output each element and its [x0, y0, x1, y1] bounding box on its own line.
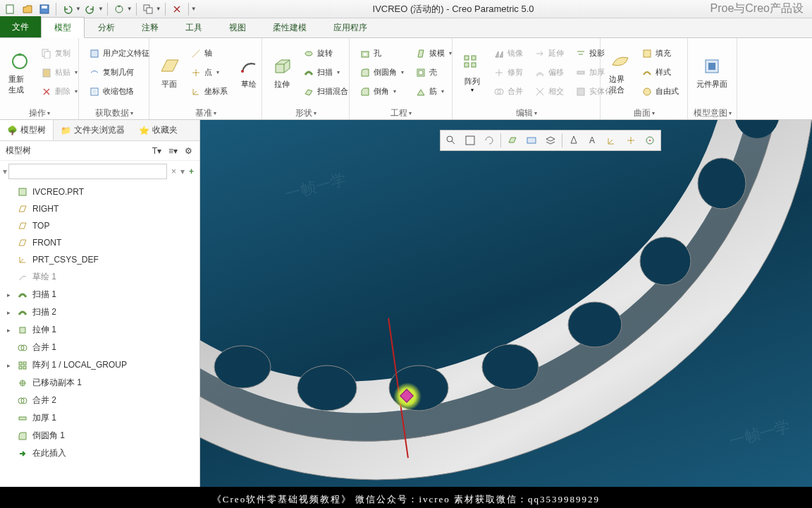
add-search-icon[interactable]: + — [186, 167, 197, 176]
regenerate-button[interactable]: 重新生成 — [4, 49, 35, 97]
vp-saved-view-icon[interactable] — [522, 131, 541, 150]
axis-button[interactable]: 轴 — [187, 44, 230, 63]
draft-icon — [415, 48, 426, 59]
tree-search-input[interactable] — [8, 164, 167, 179]
search-options-icon[interactable]: ▾ — [180, 167, 185, 176]
tree-item[interactable]: 合并 2 — [0, 392, 199, 409]
vp-annotation-icon[interactable]: A — [584, 131, 602, 150]
trim-icon — [493, 67, 505, 78]
tree-filter-icon[interactable]: T▾ — [151, 145, 163, 157]
tree-item[interactable]: 在此插入 — [0, 445, 199, 462]
revolve-icon — [303, 48, 314, 59]
plane-icon — [17, 237, 28, 248]
style-button[interactable]: 样式 — [639, 64, 682, 82]
undo-icon[interactable] — [60, 2, 75, 16]
tree-item[interactable]: RIGHT — [0, 200, 199, 217]
svg-rect-33 — [19, 188, 26, 195]
sketch-button[interactable]: 草绘 — [233, 54, 264, 91]
fill-button[interactable]: 填充 — [639, 44, 682, 63]
chamfer-button[interactable]: 倒角▾ — [357, 83, 407, 101]
vp-layers-icon[interactable] — [541, 131, 560, 150]
sweep-button[interactable]: 扫描▾ — [300, 64, 351, 82]
tree-item[interactable]: 加厚 1 — [0, 409, 199, 427]
offset-button[interactable]: 偏移 — [531, 64, 567, 82]
vp-zoom-icon[interactable] — [442, 131, 460, 150]
blend-button[interactable]: 扫描混合 — [300, 83, 351, 101]
shell-button[interactable]: 壳 — [412, 64, 455, 82]
save-icon[interactable] — [37, 2, 52, 16]
revolve-button[interactable]: 旋转 — [300, 44, 351, 63]
freestyle-button[interactable]: 自由式 — [639, 83, 682, 101]
boundary-button[interactable]: 边界混合 — [605, 49, 636, 97]
tree-item[interactable]: TOP — [0, 217, 199, 234]
userdef-button[interactable]: 用户定义特征 — [86, 44, 152, 63]
extrude-button[interactable]: 拉伸 — [266, 54, 297, 91]
tree-item[interactable]: IVCREO.PRT — [0, 183, 199, 200]
qat-customize-icon[interactable]: ▼ — [191, 6, 197, 12]
windows-icon[interactable] — [140, 2, 156, 16]
tree-item[interactable]: 倒圆角 1 — [0, 427, 199, 445]
vp-repaint-icon[interactable] — [480, 131, 498, 150]
tree-item[interactable]: 已移动副本 1 — [0, 374, 199, 392]
component-button[interactable]: 元件界面 — [692, 54, 732, 91]
merge-button[interactable]: 合并 — [491, 83, 526, 101]
copygeom-button[interactable]: 复制几何 — [86, 64, 152, 82]
point-button[interactable]: 点▾ — [187, 64, 230, 82]
tree-tab-folder[interactable]: 📁文件夹浏览器 — [54, 120, 132, 140]
vp-perspective-icon[interactable] — [565, 131, 583, 150]
tree-item[interactable]: ▸扫描 1 — [0, 286, 199, 303]
tab-analysis[interactable]: 分析 — [85, 17, 128, 37]
tree-item-label: 在此插入 — [32, 447, 66, 459]
vp-csys-icon[interactable] — [603, 131, 621, 150]
draft-button[interactable]: 拔模▾ — [412, 44, 455, 63]
tree-search: ▾ × ▾ + — [0, 161, 199, 182]
solidify-icon — [575, 86, 586, 97]
vp-display-icon[interactable] — [503, 131, 522, 150]
csys-button[interactable]: 坐标系 — [187, 83, 230, 101]
paste-button[interactable]: 粘贴▾ — [38, 64, 80, 82]
tab-tools[interactable]: 工具 — [172, 17, 216, 37]
svg-line-13 — [192, 50, 199, 57]
tree-show-icon[interactable]: ≡▾ — [167, 145, 179, 157]
tree-item[interactable]: ▸阵列 1 / LOCAL_GROUP — [0, 356, 199, 374]
search-dropdown-icon[interactable]: ▾ — [3, 167, 7, 176]
tab-view[interactable]: 视图 — [216, 17, 259, 37]
redo-icon[interactable] — [82, 2, 98, 16]
rib-button[interactable]: 筋▾ — [412, 83, 455, 101]
tree-item[interactable]: ▸拉伸 1 — [0, 321, 199, 339]
tab-apps[interactable]: 应用程序 — [320, 17, 381, 37]
close-icon[interactable] — [169, 2, 185, 16]
round-button[interactable]: 倒圆角▾ — [357, 64, 407, 82]
tab-annotate[interactable]: 注释 — [128, 17, 172, 37]
copy-button[interactable]: 复制 — [38, 44, 80, 63]
regen-icon[interactable] — [111, 2, 127, 16]
tree-item[interactable]: ▸扫描 2 — [0, 303, 199, 321]
delete-button[interactable]: 删除▾ — [38, 83, 80, 101]
svg-rect-9 — [43, 69, 50, 77]
intersect-button[interactable]: 相交 — [531, 83, 567, 101]
trim-button[interactable]: 修剪 — [491, 64, 526, 82]
vp-refit-icon[interactable] — [461, 131, 479, 150]
mirror-button[interactable]: 镜像 — [491, 44, 526, 63]
tab-file[interactable]: 文件 — [0, 16, 41, 37]
extend-button[interactable]: 延伸 — [531, 44, 567, 63]
vp-spin-icon[interactable] — [641, 131, 659, 150]
shrinkwrap-button[interactable]: 收缩包络 — [86, 83, 152, 101]
tree-settings-icon[interactable]: ⚙ — [183, 145, 194, 157]
tab-model[interactable]: 模型 — [41, 17, 85, 38]
open-icon[interactable] — [20, 2, 35, 16]
clear-search-icon[interactable]: × — [168, 167, 179, 176]
viewport-3d[interactable]: A 一帧一学 一帧一学 — [200, 120, 812, 487]
new-icon[interactable] — [3, 2, 18, 16]
tree-tab-model[interactable]: 🌳模型树 — [0, 120, 54, 140]
pattern-button[interactable]: 阵列▾ — [457, 51, 488, 95]
vp-points-icon[interactable] — [622, 131, 640, 150]
hole-button[interactable]: 孔 — [357, 44, 407, 63]
tab-flex[interactable]: 柔性建模 — [259, 17, 320, 37]
plane-button[interactable]: 平面 — [154, 54, 185, 91]
tree-tab-fav[interactable]: ⭐收藏夹 — [132, 120, 185, 140]
tree-item[interactable]: 草绘 1 — [0, 268, 199, 286]
tree-item[interactable]: 合并 1 — [0, 339, 199, 356]
tree-item[interactable]: FRONT — [0, 234, 199, 251]
tree-item[interactable]: PRT_CSYS_DEF — [0, 251, 199, 268]
